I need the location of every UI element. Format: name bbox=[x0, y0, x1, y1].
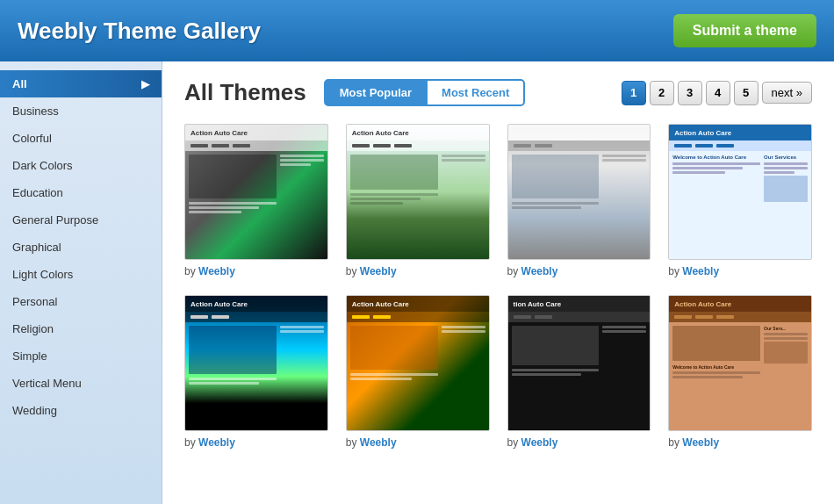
sidebar-item-business[interactable]: Business bbox=[0, 97, 162, 125]
page-btn-1[interactable]: 1 bbox=[622, 81, 646, 105]
theme-thumbnail[interactable] bbox=[507, 124, 651, 260]
theme-thumbnail[interactable]: Action Auto Care Welcome to Action Auto … bbox=[668, 295, 812, 431]
filter-tabs: Most PopularMost Recent bbox=[324, 79, 526, 106]
sidebar-item-colorful[interactable]: Colorful bbox=[0, 125, 162, 152]
author-link[interactable]: Weebly bbox=[682, 265, 719, 277]
sidebar: All▶BusinessColorfulDark ColorsEducation… bbox=[0, 61, 162, 504]
sidebar-item-religion[interactable]: Religion bbox=[0, 315, 162, 342]
top-bar: All Themes Most PopularMost Recent 12345… bbox=[184, 79, 812, 106]
sidebar-item-education[interactable]: Education bbox=[0, 179, 162, 206]
page-btn-3[interactable]: 3 bbox=[678, 81, 702, 105]
author-link[interactable]: Weebly bbox=[360, 436, 397, 449]
theme-author: by Weebly bbox=[507, 265, 651, 277]
author-link[interactable]: Weebly bbox=[682, 436, 719, 449]
sidebar-item-vertical-menu[interactable]: Vertical Menu bbox=[0, 370, 162, 397]
sidebar-item-dark-colors[interactable]: Dark Colors bbox=[0, 152, 162, 179]
author-link[interactable]: Weebly bbox=[521, 265, 558, 277]
main-content: All Themes Most PopularMost Recent 12345… bbox=[162, 61, 834, 504]
theme-thumbnail[interactable]: Action Auto Care Welcome to Action Auto … bbox=[668, 124, 812, 260]
author-link[interactable]: Weebly bbox=[360, 265, 397, 277]
theme-author: by Weebly bbox=[184, 265, 328, 277]
sidebar-item-light-colors[interactable]: Light Colors bbox=[0, 261, 162, 288]
theme-thumbnail[interactable]: Action Auto Care bbox=[346, 295, 490, 431]
theme-card: by Weebly bbox=[507, 124, 651, 277]
pagination: 12345next » bbox=[622, 81, 812, 105]
theme-author: by Weebly bbox=[346, 436, 490, 449]
author-link[interactable]: Weebly bbox=[198, 265, 235, 277]
theme-author: by Weebly bbox=[184, 436, 328, 449]
page-btn-5[interactable]: 5 bbox=[734, 81, 759, 105]
theme-author: by Weebly bbox=[668, 436, 812, 449]
layout: All▶BusinessColorfulDark ColorsEducation… bbox=[0, 61, 834, 504]
author-link[interactable]: Weebly bbox=[198, 436, 235, 449]
theme-card: Action Auto Care by Weebly bbox=[346, 295, 490, 449]
sidebar-item-all[interactable]: All▶ bbox=[0, 70, 162, 97]
theme-card: Action Auto Care Welcome to Action Auto … bbox=[668, 295, 812, 449]
theme-card: Action Auto Care Welcome to Action Auto … bbox=[668, 124, 812, 277]
submit-theme-button[interactable]: Submit a theme bbox=[673, 14, 816, 47]
chevron-right-icon: ▶ bbox=[141, 78, 149, 90]
app-title: Weebly Theme Gallery bbox=[18, 18, 261, 45]
page-btn-2[interactable]: 2 bbox=[650, 81, 674, 105]
sidebar-item-simple[interactable]: Simple bbox=[0, 342, 162, 370]
theme-thumbnail[interactable]: Action Auto Care bbox=[346, 124, 490, 260]
theme-author: by Weebly bbox=[507, 436, 651, 449]
theme-author: by Weebly bbox=[668, 265, 812, 277]
page-btn-4[interactable]: 4 bbox=[706, 81, 730, 105]
theme-card: Action Auto Care by Weebly bbox=[184, 295, 328, 449]
theme-author: by Weebly bbox=[346, 265, 490, 277]
theme-thumbnail[interactable]: tion Auto Care bbox=[507, 295, 651, 431]
filter-tab-most-popular[interactable]: Most Popular bbox=[324, 79, 428, 106]
page-title: All Themes bbox=[184, 79, 306, 106]
header: Weebly Theme Gallery Submit a theme bbox=[0, 0, 834, 61]
author-link[interactable]: Weebly bbox=[521, 436, 558, 449]
theme-card: Action Auto Care by Weebly bbox=[346, 124, 490, 277]
theme-thumbnail[interactable]: Action Auto Care bbox=[184, 295, 328, 431]
sidebar-item-personal[interactable]: Personal bbox=[0, 288, 162, 315]
theme-grid: Action Auto Care by Weebly Action Auto C… bbox=[184, 124, 812, 449]
filter-tab-most-recent[interactable]: Most Recent bbox=[428, 79, 525, 106]
sidebar-item-wedding[interactable]: Wedding bbox=[0, 397, 162, 424]
theme-thumbnail[interactable]: Action Auto Care bbox=[184, 124, 328, 260]
theme-card: Action Auto Care by Weebly bbox=[184, 124, 328, 277]
sidebar-item-graphical[interactable]: Graphical bbox=[0, 234, 162, 261]
next-page-button[interactable]: next » bbox=[762, 82, 812, 104]
theme-card: tion Auto Care by Weebly bbox=[507, 295, 651, 449]
sidebar-item-general-purpose[interactable]: General Purpose bbox=[0, 206, 162, 234]
